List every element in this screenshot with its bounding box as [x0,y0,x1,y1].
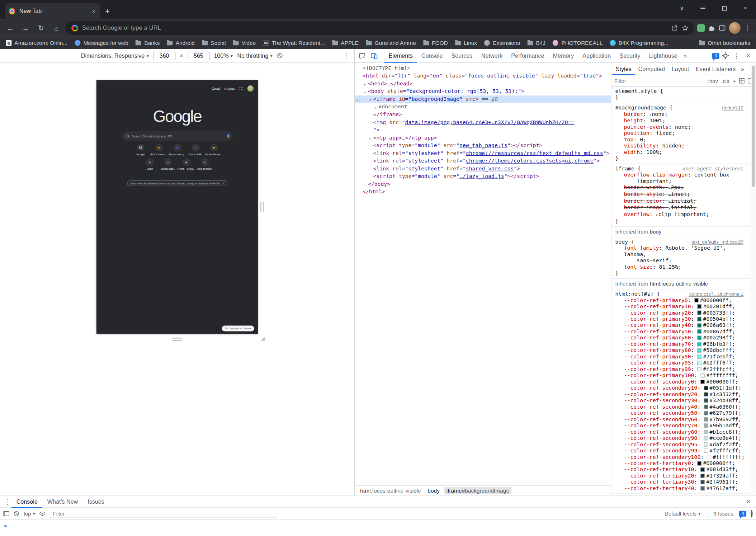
dom-tree-node[interactable]: <html dir="ltr" lang="en" class="focus-o… [355,72,611,80]
customize-chrome-button[interactable]: ✎ Customize Chrome [222,325,254,331]
devtools-menu-kebab-icon[interactable]: ⋮ [731,50,742,61]
bookmark-item-social[interactable]: Social [202,40,226,46]
home-button[interactable]: ⌂ [50,24,63,32]
color-swatch[interactable] [697,348,701,353]
color-swatch[interactable] [704,430,708,434]
color-swatch[interactable] [697,336,701,340]
device-resize-handle-bottom[interactable] [172,338,183,341]
css-property[interactable]: --color-ref-secondary70: #96b1adff; [615,423,748,429]
color-swatch[interactable] [697,367,701,371]
ntp-shortcut-email-server[interactable]: ●Email Server... [205,144,223,156]
ntp-shortcut-login[interactable]: ●Login [141,158,159,170]
devtools-tab-lighthouse[interactable]: Lighthouse [645,49,682,63]
google-apps-grid-icon[interactable] [238,86,243,91]
toggle-element-state-button[interactable]: :hov [708,78,718,84]
css-property[interactable]: --color-ref-primary30: #00504bff; [615,316,748,322]
ntp-shortcut-sign-in-with-y[interactable]: ●Sign in with y... [168,144,186,156]
styles-filter-input[interactable] [614,78,665,84]
color-swatch[interactable] [694,298,699,302]
color-swatch[interactable] [697,311,701,315]
extensions-puzzle-icon[interactable] [708,24,716,32]
device-resize-handle-right[interactable] [260,202,264,212]
color-swatch[interactable] [704,436,708,440]
dom-tree-node[interactable]: <link rel="stylesheet" href="shared_vars… [355,165,611,173]
console-messages[interactable]: > [0,520,756,536]
css-property[interactable]: --color-ref-primary0: #000000ff; [615,297,748,303]
bookmark-item-food[interactable]: FOOD [423,40,448,46]
css-property[interactable]: --color-ref-tertiary20: #17324aff; [615,473,748,479]
devtools-tab-elements[interactable]: Elements [384,49,417,63]
new-tab-button[interactable]: + [105,7,110,17]
minimize-button[interactable] [693,0,714,17]
css-property[interactable]: width: 100%; [615,149,748,155]
throttling-select[interactable]: No throttling [237,52,272,59]
css-property[interactable]: --color-ref-secondary80: #b1ccc8ff; [615,429,748,435]
device-resize-handle-corner[interactable] [260,337,265,341]
dom-tree-node[interactable]: </body> [355,180,611,188]
color-swatch[interactable] [704,386,708,390]
reload-button[interactable]: ↻ [35,24,47,32]
dom-tree-node[interactable]: <script type="module" src="new_tab_page.… [355,142,611,150]
bookmark-item-android[interactable]: Android [167,40,194,46]
bookmark-item-messages-for-web[interactable]: Messages for web [75,40,128,46]
bookmark-item-b4x-programming[interactable]: B4X Programming... [610,40,668,46]
css-property[interactable]: border-color: ▸initial; [615,198,748,204]
css-property[interactable]: border-image: ▸initial; [615,204,748,211]
css-property[interactable]: --color-ref-primary80: #50dbcfff; [615,347,748,353]
stylesheet-source-link[interactable]: user agent stylesheet [682,165,743,171]
css-property[interactable]: --color-ref-primary90: #71f7ebff; [615,353,748,359]
sidebar-tab-layout[interactable]: Layout [668,62,692,75]
dom-tree-node[interactable]: </html> [355,188,611,196]
css-property[interactable]: --color-ref-secondary0: #000000ff; [615,379,748,385]
toggle-device-toolbar-icon[interactable] [368,50,380,61]
ntp-shortcut-add-shortcut[interactable]: +Add shortcut [195,158,214,170]
drawer-menu-kebab-icon[interactable]: ⋮ [3,498,11,506]
dom-tree-node[interactable]: <!DOCTYPE html> [355,65,611,72]
sidebar-tab-computed[interactable]: Computed [635,62,668,75]
css-property[interactable]: --color-ref-primary95: #b2fff6ff; [615,360,748,366]
stylesheet-source-link[interactable]: colors.css?…ui,chrome:1 [689,291,743,297]
stylesheet-source-link[interactable]: text_defaults_md.css:20 [691,239,743,245]
console-filter-input[interactable] [49,509,276,518]
devtools-tab-security[interactable]: Security [615,49,644,63]
color-swatch[interactable] [700,474,705,478]
issues-label[interactable]: 3 Issues: [714,511,735,517]
inherited-node-link[interactable]: html.focus-outline-visible [650,281,708,286]
device-height-input[interactable] [187,51,209,60]
css-property[interactable]: height: 100%; [615,118,748,124]
promo-close-icon[interactable]: ✕ [222,182,224,185]
ntp-promo-banner[interactable]: Watch President Biden's State of the Uni… [127,180,228,186]
bookmark-item-guns-and-ammo[interactable]: Guns and Ammo [366,40,416,46]
css-property[interactable]: --color-ref-primary50: #00867dff; [615,329,748,335]
console-settings-gear-icon[interactable] [751,511,752,517]
network-block-icon[interactable] [277,53,283,59]
dom-tree-node[interactable]: <link rel="stylesheet" href="chrome://th… [355,157,611,165]
css-property[interactable]: overflow-clip-margin: content-box !impor… [615,172,748,184]
bookmark-item-b4j[interactable]: B4J [527,40,545,46]
element-classes-button[interactable]: .cls [721,78,729,84]
color-swatch[interactable] [697,354,701,359]
dom-tree-node[interactable]: ▾<body style="background-color: rgb(53, … [355,88,611,96]
new-style-rule-button[interactable]: + [733,78,736,84]
ntp-profile-avatar[interactable] [247,85,254,91]
css-property[interactable]: --color-ref-secondary90: #cce8e4ff; [615,435,748,441]
css-property[interactable]: --color-ref-secondary95: #daf7f2ff; [615,441,748,447]
device-width-input[interactable] [153,51,175,60]
back-button[interactable]: ← [4,24,16,32]
inspect-element-icon[interactable] [357,50,368,61]
browser-menu-kebab-icon[interactable]: ⋮ [743,24,752,32]
drawer-tab-what-s-new[interactable]: What's New [42,495,82,508]
ntp-link-images[interactable]: Images [224,87,235,90]
css-property[interactable]: visibility: hidden; [615,143,748,149]
color-swatch[interactable] [704,423,708,428]
ntp-shortcut-b4x-commu[interactable]: ●B4X Commu... [150,144,168,156]
css-property[interactable]: border: ▸none; [615,111,748,118]
dom-tree-node[interactable]: </iframe> [355,111,611,119]
ntp-link-gmail[interactable]: Gmail [212,87,221,90]
css-property[interactable]: --color-ref-primary40: #006a63ff; [615,322,748,328]
breadcrumb-iframe-backgroundimage[interactable]: iframe#backgroundImage [444,487,512,494]
dom-tree-node[interactable]: ▸<head>…</head> [355,80,611,88]
bookmark-item-photorecall[interactable]: PHOTORECALL [553,40,603,46]
pinned-extension-icon[interactable] [697,24,705,32]
ntp-shortcut-google[interactable]: GGoogle [131,144,150,156]
